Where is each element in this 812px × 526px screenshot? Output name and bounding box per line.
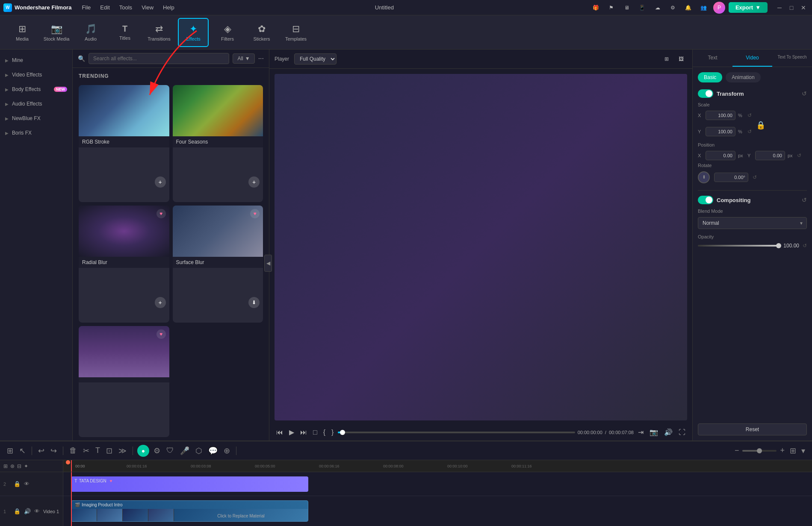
fav-btn-bottom[interactable]: ♥: [156, 329, 166, 339]
sidebar-item-mine[interactable]: ▶ Mine: [0, 53, 72, 68]
fav-btn-surface[interactable]: ♥: [250, 209, 260, 218]
grid-view-icon[interactable]: ⊞: [661, 53, 673, 65]
undo-button[interactable]: ↩: [36, 445, 46, 456]
export-button[interactable]: Export ▼: [729, 2, 768, 13]
video-clip[interactable]: 🎬 Imaging Product Intro Click to Replace…: [71, 500, 308, 522]
fav-btn-radial[interactable]: ♥: [156, 209, 166, 218]
select-tool[interactable]: ↖: [18, 445, 27, 456]
sidebar-item-newblue[interactable]: ▶ NewBlue FX: [0, 111, 72, 126]
text-tool[interactable]: T: [94, 445, 102, 456]
video-track-lock[interactable]: 🔒: [14, 508, 21, 514]
audio-toggle-button[interactable]: 🔊: [662, 427, 674, 437]
stabilize-btn[interactable]: 🛡: [165, 445, 176, 456]
maximize-button[interactable]: □: [786, 3, 797, 13]
scale-y-reset[interactable]: ↺: [747, 129, 752, 135]
tool-audio[interactable]: 🎵 Audio: [75, 18, 106, 47]
screen-icon[interactable]: 🖥: [621, 2, 633, 14]
transform-toggle[interactable]: [698, 89, 713, 98]
play-pause-button[interactable]: ▶: [287, 427, 296, 437]
tab-tts[interactable]: Text To Speech: [772, 50, 812, 67]
mark-out-button[interactable]: }: [330, 428, 335, 437]
sub-tab-basic[interactable]: Basic: [698, 72, 722, 82]
grid-btn[interactable]: ⊞: [788, 445, 798, 456]
rotate-reset[interactable]: ↺: [753, 174, 757, 180]
redo-button[interactable]: ↪: [49, 445, 59, 456]
menu-file[interactable]: File: [77, 3, 95, 12]
delete-button[interactable]: 🗑: [68, 445, 79, 456]
zoom-in-btn[interactable]: +: [778, 445, 786, 456]
subtitle-btn[interactable]: 💬: [207, 445, 219, 456]
link-icon[interactable]: ⊟: [17, 463, 21, 469]
scale-x-input[interactable]: [706, 111, 735, 120]
snap-icon[interactable]: ⊛: [10, 463, 15, 469]
zoom-out-btn[interactable]: −: [733, 445, 741, 456]
tool-media[interactable]: ⊞ Media: [7, 18, 38, 47]
progress-bar[interactable]: [338, 432, 575, 433]
record-btn[interactable]: 🎤: [178, 445, 191, 456]
zoom-slider[interactable]: [742, 450, 777, 452]
more-options-button[interactable]: ···: [258, 55, 264, 62]
add-track-icon[interactable]: ⊞: [3, 463, 8, 469]
tool-titles[interactable]: T Titles: [109, 18, 140, 47]
scale-x-reset[interactable]: ↺: [747, 112, 752, 118]
video-track-eye[interactable]: 👁: [34, 508, 40, 514]
snapshot-button[interactable]: 📷: [648, 427, 660, 437]
sidebar-item-video-effects[interactable]: ▶ Video Effects: [0, 68, 72, 82]
opacity-slider[interactable]: [698, 245, 779, 247]
blend-mode-select[interactable]: Normal Multiply Screen Overlay: [698, 217, 807, 229]
gift-icon[interactable]: 🎁: [590, 2, 602, 14]
loop-button[interactable]: □: [311, 428, 319, 437]
title-track-lock[interactable]: 🔒: [14, 481, 21, 487]
search-input[interactable]: [89, 53, 229, 64]
opacity-reset[interactable]: ↺: [803, 243, 807, 249]
close-button[interactable]: ✕: [798, 3, 809, 13]
mobile-icon[interactable]: 📱: [636, 2, 648, 14]
add-effect-btn-four-seasons[interactable]: +: [248, 176, 260, 188]
transform-reset[interactable]: ↺: [802, 90, 807, 97]
effect-card-surface-blur[interactable]: ♥ ⬇ Surface Blur: [173, 206, 263, 323]
scale-y-input[interactable]: [706, 127, 735, 136]
image-view-icon[interactable]: 🖼: [675, 53, 687, 65]
dl-btn-surface[interactable]: ⬇: [248, 297, 260, 308]
tool-effects[interactable]: ✦ Effects: [178, 18, 209, 47]
collapse-panel-button[interactable]: ◀: [264, 255, 272, 272]
menu-tools[interactable]: Tools: [115, 3, 136, 12]
position-x-input[interactable]: [706, 151, 735, 160]
compositing-reset[interactable]: ↺: [802, 197, 807, 203]
menu-edit[interactable]: Edit: [96, 3, 114, 12]
tool-stock[interactable]: 📷 Stock Media: [41, 18, 72, 47]
more-btn[interactable]: ▾: [800, 445, 807, 456]
motion-track-btn[interactable]: ●: [137, 445, 149, 457]
position-y-input[interactable]: [755, 151, 785, 160]
settings-icon[interactable]: ⚙: [667, 2, 679, 14]
fullscreen-button[interactable]: ⛶: [677, 428, 687, 437]
prev-frame-button[interactable]: ⏮: [275, 428, 285, 437]
menu-view[interactable]: View: [137, 3, 158, 12]
add-effect-btn-rgb[interactable]: +: [155, 176, 166, 188]
menu-help[interactable]: Help: [159, 3, 179, 12]
minimize-button[interactable]: ─: [774, 3, 785, 13]
sidebar-item-boris[interactable]: ▶ Boris FX: [0, 126, 72, 140]
scale-lock-icon[interactable]: 🔒: [756, 120, 765, 130]
tab-text[interactable]: Text: [693, 50, 732, 67]
tool-templates[interactable]: ⊟ Templates: [281, 18, 311, 47]
more-tools[interactable]: ≫: [117, 445, 128, 456]
cloud-icon[interactable]: ☁: [652, 2, 664, 14]
tool-stickers[interactable]: ✿ Stickers: [246, 18, 277, 47]
sidebar-item-body-effects[interactable]: ▶ Body Effects NEW: [0, 82, 72, 97]
layout-icon[interactable]: ⊞: [5, 445, 15, 456]
effect-card-rgb-stroke[interactable]: + RGB Stroke: [79, 85, 169, 202]
sub-tab-animation[interactable]: Animation: [726, 72, 760, 82]
filter-button[interactable]: All ▼: [233, 53, 254, 64]
video-track-volume[interactable]: 🔊: [24, 508, 31, 514]
crop-tool[interactable]: ⊡: [104, 445, 114, 456]
flag-icon[interactable]: ⚑: [605, 2, 617, 14]
community-icon[interactable]: 👥: [698, 2, 710, 14]
title-track-eye[interactable]: 👁: [24, 481, 30, 487]
compositing-toggle[interactable]: [698, 196, 713, 204]
profile-avatar[interactable]: P: [713, 2, 725, 14]
tool-filters[interactable]: ◈ Filters: [212, 18, 243, 47]
title-clip[interactable]: T TATA DESIGN ♥: [71, 476, 308, 492]
effect-card-bottom[interactable]: ♥: [79, 326, 169, 437]
rotate-input[interactable]: [714, 173, 748, 182]
